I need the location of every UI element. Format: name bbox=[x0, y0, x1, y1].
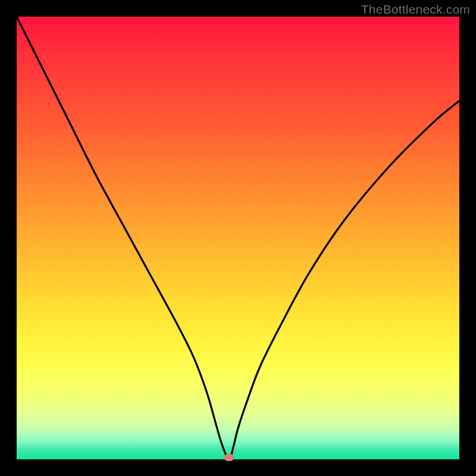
plot-area bbox=[17, 17, 459, 459]
optimal-point-marker bbox=[224, 454, 234, 461]
watermark-text: TheBottleneck.com bbox=[361, 2, 470, 17]
chart-frame: TheBottleneck.com bbox=[0, 0, 476, 476]
bottleneck-curve bbox=[17, 17, 459, 459]
